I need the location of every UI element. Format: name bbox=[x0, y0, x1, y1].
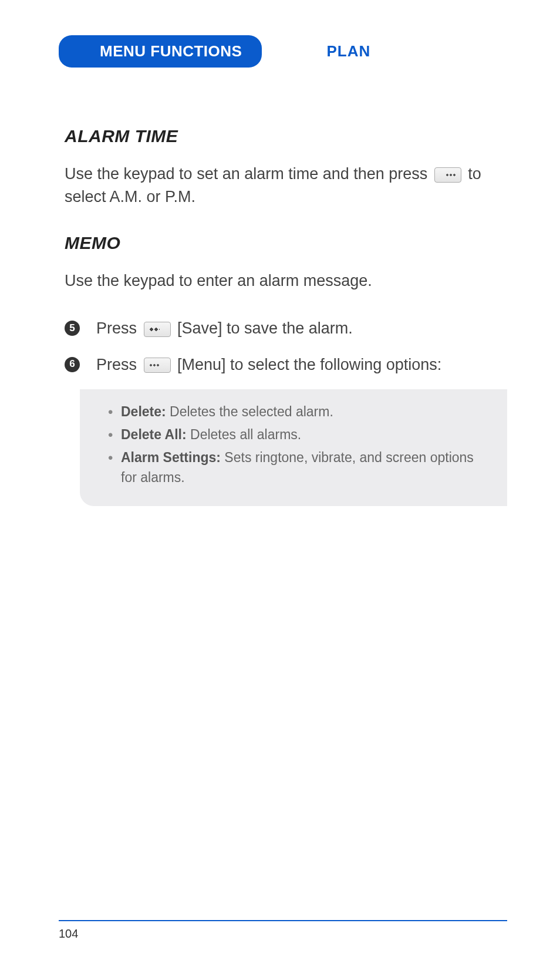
page-header: MENU FUNCTIONS PLAN bbox=[59, 35, 507, 68]
step-6-before: Press bbox=[96, 356, 141, 373]
option-delete-all: Delete All: Deletes all alarms. bbox=[108, 425, 491, 444]
header-tab: MENU FUNCTIONS bbox=[59, 35, 262, 68]
option-delete-all-desc: Deletes all alarms. bbox=[187, 427, 302, 442]
page-content: ALARM TIME Use the keypad to set an alar… bbox=[59, 126, 507, 506]
step-number-6: 6 bbox=[69, 357, 75, 372]
option-alarm-settings-label: Alarm Settings: bbox=[121, 450, 221, 465]
header-section-label: PLAN bbox=[326, 42, 370, 60]
step-5-after: [Save] to save the alarm. bbox=[173, 319, 353, 337]
options-list: Delete: Deletes the selected alarm. Dele… bbox=[108, 402, 491, 487]
alarm-time-text: Use the keypad to set an alarm time and … bbox=[65, 163, 507, 208]
step-6: 6 Press [Menu] to select the following o… bbox=[65, 353, 507, 376]
step-number-icon: 6 bbox=[65, 357, 80, 372]
step-number-icon: 5 bbox=[65, 321, 80, 336]
option-delete: Delete: Deletes the selected alarm. bbox=[108, 402, 491, 422]
memo-title: MEMO bbox=[65, 233, 507, 253]
step-6-after: [Menu] to select the following options: bbox=[173, 356, 442, 373]
option-alarm-settings: Alarm Settings: Sets ringtone, vibrate, … bbox=[108, 448, 491, 487]
page-number: 104 bbox=[59, 927, 78, 940]
manual-page: MENU FUNCTIONS PLAN ALARM TIME Use the k… bbox=[0, 0, 560, 967]
option-delete-label: Delete: bbox=[121, 404, 166, 419]
soft-key-right-icon bbox=[434, 167, 461, 183]
step-5-text: Press [Save] to save the alarm. bbox=[96, 317, 353, 340]
step-number-5: 5 bbox=[69, 321, 75, 336]
alarm-time-title: ALARM TIME bbox=[65, 126, 507, 146]
soft-key-left-icon bbox=[144, 322, 171, 337]
option-delete-desc: Deletes the selected alarm. bbox=[166, 404, 333, 419]
memo-intro: Use the keypad to enter an alarm message… bbox=[65, 269, 507, 292]
option-delete-all-label: Delete All: bbox=[121, 427, 187, 442]
memo-steps-list: 5 Press [Save] to save the alarm. 6 Pres… bbox=[65, 317, 507, 376]
step-5: 5 Press [Save] to save the alarm. bbox=[65, 317, 507, 340]
options-box: Delete: Deletes the selected alarm. Dele… bbox=[80, 389, 507, 506]
alarm-time-text-before: Use the keypad to set an alarm time and … bbox=[65, 165, 432, 183]
page-footer: 104 bbox=[59, 920, 507, 941]
step-6-text: Press [Menu] to select the following opt… bbox=[96, 353, 441, 376]
step-5-before: Press bbox=[96, 319, 141, 337]
soft-key-left-icon bbox=[144, 358, 171, 373]
